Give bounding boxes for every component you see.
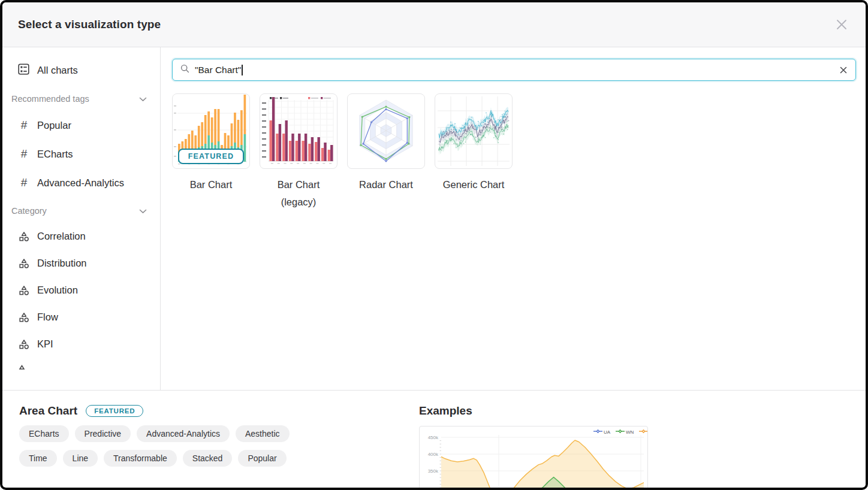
chart-type-card-radar-chart[interactable]: Radar Chart bbox=[347, 93, 425, 211]
sidebar-item-label: Popular bbox=[37, 120, 71, 131]
tag-pill-aesthetic[interactable]: Aesthetic bbox=[236, 425, 290, 442]
hash-icon: # bbox=[19, 176, 29, 189]
chart-type-card-bar-chart-legacy[interactable]: Bar Chart (legacy) bbox=[260, 93, 337, 211]
chart-thumbnail bbox=[260, 93, 337, 169]
chevron-down-icon bbox=[139, 206, 147, 216]
sidebar-item-flow[interactable]: Flow bbox=[2, 304, 160, 331]
legend-marker-icon bbox=[616, 429, 625, 435]
sidebar-item-advanced-analytics[interactable]: #Advanced-Analytics bbox=[2, 168, 160, 197]
search-icon bbox=[180, 64, 189, 75]
search-value: "Bar Chart" bbox=[195, 65, 241, 75]
example-legend-item-wn[interactable]: WN bbox=[616, 429, 634, 435]
tag-pill-line[interactable]: Line bbox=[63, 450, 98, 467]
example-legend-item-ua[interactable]: UA bbox=[593, 429, 610, 435]
chart-type-label: Bar Chart bbox=[172, 176, 250, 193]
sidebar-item-kpi[interactable]: KPI bbox=[2, 331, 160, 358]
section-label: Recommended tags bbox=[11, 94, 89, 104]
chart-type-label: Generic Chart bbox=[435, 176, 513, 193]
selected-chart-title: Area Chart bbox=[19, 404, 77, 418]
modal-title: Select a visualization type bbox=[18, 18, 161, 31]
example-chart-card: 450k400k350k UAWNAA bbox=[419, 426, 648, 490]
tag-pill-transformable[interactable]: Transformable bbox=[104, 450, 177, 467]
sidebar-section-category[interactable]: Category bbox=[2, 197, 160, 223]
sidebar-item-label: ECharts bbox=[37, 149, 73, 160]
featured-badge: FEATURED bbox=[86, 405, 143, 417]
text-caret bbox=[242, 65, 243, 75]
sidebar-item-all-charts[interactable]: All charts bbox=[2, 56, 160, 85]
chevron-down-icon bbox=[139, 94, 147, 104]
chart-thumbnail bbox=[347, 93, 425, 169]
hash-icon: # bbox=[19, 147, 29, 161]
tag-pill-time[interactable]: Time bbox=[19, 450, 57, 467]
chart-type-label: Bar Chart (legacy) bbox=[260, 176, 337, 211]
sidebar-item-label: Correlation bbox=[37, 231, 86, 242]
category-icon bbox=[19, 258, 29, 269]
close-icon[interactable] bbox=[833, 16, 850, 33]
modal-header: Select a visualization type bbox=[2, 2, 866, 47]
category-icon bbox=[19, 231, 29, 242]
legend-label: UA bbox=[604, 429, 610, 435]
category-icon bbox=[19, 312, 29, 323]
sidebar-item-label: Flow bbox=[37, 311, 58, 323]
details-info: Area Chart FEATURED EChartsPredictiveAdv… bbox=[19, 404, 419, 487]
featured-badge: FEATURED bbox=[178, 149, 244, 164]
sidebar-item-label: Advanced-Analytics bbox=[37, 177, 124, 189]
example-area-chart: 450k400k350k bbox=[420, 427, 647, 490]
sidebar-item-evolution[interactable]: Evolution bbox=[2, 277, 160, 304]
sidebar-item-label: All charts bbox=[37, 65, 78, 76]
sidebar-item-label: Distribution bbox=[37, 258, 87, 269]
category-icon bbox=[19, 365, 29, 378]
category-icon bbox=[19, 285, 29, 296]
sidebar-item-label: KPI bbox=[37, 338, 53, 350]
results-panel: "Bar Chart" FEATUREDBar ChartBar Chart (… bbox=[161, 47, 866, 390]
search-input[interactable]: "Bar Chart" bbox=[172, 59, 856, 81]
modal-body: All charts Recommended tags#Popular#ECha… bbox=[2, 47, 866, 390]
sidebar-item-distribution[interactable]: Distribution bbox=[2, 250, 160, 277]
category-icon bbox=[19, 339, 29, 350]
legend-label: WN bbox=[626, 429, 634, 435]
svg-text:450k: 450k bbox=[428, 435, 439, 440]
tag-pill-popular[interactable]: Popular bbox=[238, 450, 286, 467]
tag-pill-predictive[interactable]: Predictive bbox=[75, 425, 131, 442]
details-panel: Area Chart FEATURED EChartsPredictiveAdv… bbox=[2, 390, 866, 487]
chart-type-card-generic-chart[interactable]: Generic Chart bbox=[435, 93, 513, 211]
chart-thumbnail bbox=[435, 93, 513, 169]
legend-marker-icon bbox=[639, 429, 648, 435]
tag-pill-advanced-analytics[interactable]: Advanced-Analytics bbox=[137, 425, 230, 442]
chart-type-card-bar-chart[interactable]: FEATUREDBar Chart bbox=[172, 93, 250, 211]
examples-title: Examples bbox=[419, 404, 849, 418]
examples-section: Examples 450k400k350k UAWNAA bbox=[419, 404, 849, 487]
svg-text:350k: 350k bbox=[428, 468, 439, 474]
visualization-type-modal: Select a visualization type All charts R… bbox=[0, 0, 868, 490]
sidebar-section-recommended-tags[interactable]: Recommended tags bbox=[2, 85, 160, 111]
sidebar-item-popular[interactable]: #Popular bbox=[2, 111, 160, 140]
all-charts-icon bbox=[18, 63, 29, 77]
chart-thumbnail: FEATURED bbox=[172, 93, 250, 169]
tag-pill-echarts[interactable]: ECharts bbox=[19, 425, 69, 442]
clear-search-icon[interactable] bbox=[839, 66, 848, 74]
tag-pill-stacked[interactable]: Stacked bbox=[183, 450, 233, 467]
svg-text:400k: 400k bbox=[428, 452, 439, 457]
sidebar: All charts Recommended tags#Popular#ECha… bbox=[2, 47, 161, 390]
sidebar-item-partial[interactable] bbox=[2, 358, 160, 386]
sidebar-item-correlation[interactable]: Correlation bbox=[2, 223, 160, 250]
sidebar-item-label: Evolution bbox=[37, 285, 78, 296]
legend-marker-icon bbox=[593, 429, 602, 435]
sidebar-item-echarts[interactable]: #ECharts bbox=[2, 140, 160, 168]
hash-icon: # bbox=[19, 119, 29, 132]
chart-type-label: Radar Chart bbox=[347, 176, 425, 193]
section-label: Category bbox=[11, 206, 47, 216]
example-legend-item-aa[interactable]: AA bbox=[639, 429, 648, 435]
